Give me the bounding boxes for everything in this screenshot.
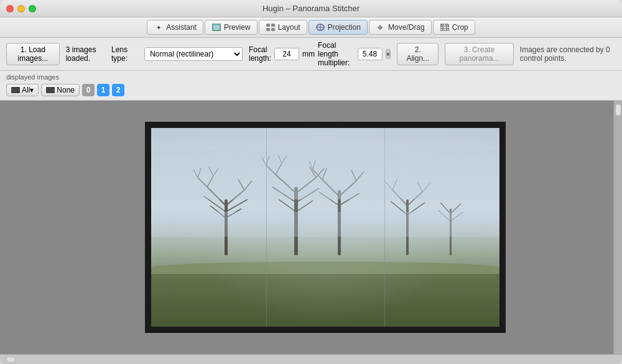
window-title: Hugin – Panorama Stitcher (262, 4, 360, 13)
image-chip-2[interactable]: 2 (112, 84, 124, 96)
svg-rect-2 (266, 24, 270, 27)
focal-length-label: Focal length: (249, 45, 271, 63)
panorama-image (151, 128, 499, 327)
crop-icon (440, 22, 450, 32)
load-images-button[interactable]: 1. Load images... (6, 43, 60, 65)
preview-icon (211, 22, 221, 32)
vertical-scrollbar-thumb[interactable] (615, 104, 621, 116)
horizontal-scrollbar-thumb[interactable] (6, 357, 16, 363)
svg-text:✥: ✥ (378, 24, 383, 31)
move-drag-button[interactable]: ✥ Move/Drag (369, 20, 432, 35)
all-images-chip[interactable]: All▾ (6, 84, 39, 96)
svg-rect-1 (213, 25, 220, 30)
minimize-button[interactable] (17, 5, 25, 12)
lens-type-group: Lens type: Normal (rectilinear) (111, 45, 243, 63)
svg-rect-4 (266, 28, 270, 31)
focal-length-input[interactable]: 24 (274, 48, 299, 60)
trees-svg (151, 150, 499, 274)
svg-rect-71 (151, 150, 499, 199)
panorama-frame (145, 122, 506, 333)
main-canvas-area (0, 101, 622, 354)
vertical-scrollbar[interactable] (613, 101, 622, 354)
all-icon (11, 87, 20, 93)
projection-button[interactable]: Projection (309, 20, 368, 35)
none-images-chip[interactable]: None (41, 84, 80, 96)
panorama-canvas[interactable] (0, 101, 613, 354)
controls-row: 1. Load images... 3 images loaded. Lens … (0, 38, 622, 71)
svg-rect-5 (271, 28, 275, 31)
image-chip-1[interactable]: 1 (97, 84, 109, 96)
assistant-button[interactable]: ✦ Assistant (147, 20, 203, 35)
seam-line-2 (384, 128, 385, 327)
ground-layer (151, 271, 499, 327)
focal-length-unit: mm (302, 50, 315, 58)
align-button[interactable]: 2. Align... (397, 43, 439, 65)
clear-multiplier-button[interactable]: × (386, 49, 391, 59)
close-button[interactable] (6, 5, 14, 12)
svg-rect-10 (441, 24, 448, 30)
assistant-icon: ✦ (154, 22, 164, 32)
toolbar: ✦ Assistant Preview Layout Projection ✥ … (0, 17, 622, 38)
focal-multiplier-input[interactable]: 5.48 (358, 48, 383, 60)
create-panorama-button[interactable]: 3. Create panorama... (445, 43, 514, 65)
layout-icon (266, 22, 276, 32)
status-text: Images are connected by 0 control points… (520, 45, 616, 63)
none-icon (46, 87, 55, 93)
crop-button[interactable]: Crop (433, 20, 475, 35)
svg-rect-3 (271, 24, 275, 27)
images-loaded-label: 3 images loaded. (66, 45, 105, 63)
image-chips-row: All▾ None 0 1 2 (0, 82, 622, 101)
lens-type-select[interactable]: Normal (rectilinear) (144, 47, 243, 61)
maximize-button[interactable] (29, 5, 36, 12)
lens-type-label: Lens type: (111, 45, 141, 63)
title-bar: Hugin – Panorama Stitcher (0, 0, 622, 17)
horizontal-scrollbar[interactable] (0, 354, 622, 364)
preview-button[interactable]: Preview (205, 20, 258, 35)
move-drag-icon: ✥ (376, 22, 386, 32)
window-controls (6, 5, 36, 12)
displayed-images-label: displayed images (0, 71, 622, 82)
panorama-outer-border (145, 122, 506, 333)
focal-length-group: Focal length: 24 mm Focal length multipl… (249, 41, 391, 67)
svg-rect-72 (151, 212, 499, 237)
image-chip-0[interactable]: 0 (82, 84, 95, 96)
seam-line-1 (266, 128, 267, 327)
focal-multiplier-label: Focal length multiplier: (318, 41, 355, 67)
layout-button[interactable]: Layout (259, 20, 307, 35)
projection-icon (315, 22, 325, 32)
